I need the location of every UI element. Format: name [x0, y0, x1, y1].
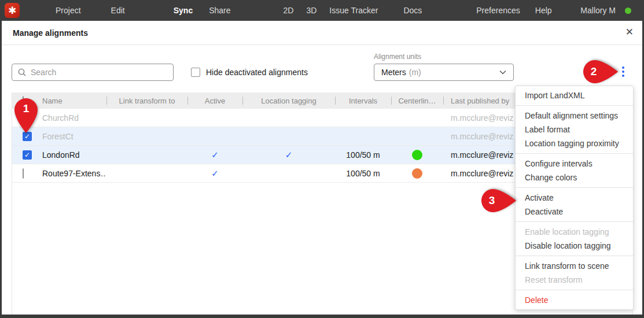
centerline-color-dot[interactable] [412, 150, 422, 160]
row-checkbox[interactable]: ✓ [23, 150, 32, 160]
alignment-units-label: Alignment units [374, 53, 421, 61]
hide-deactivated-checkbox[interactable] [191, 68, 200, 77]
alignment-name: ForestCt [33, 132, 106, 141]
search-input[interactable] [31, 68, 167, 77]
menu-delete[interactable]: Delete [516, 293, 633, 307]
menu-sync[interactable]: Sync [174, 6, 193, 15]
intervals-value: 100/50 m [335, 150, 391, 160]
menu-preferences[interactable]: Preferences [476, 6, 520, 15]
search-icon [18, 68, 26, 76]
menu-separator [516, 290, 633, 290]
menu-separator [516, 153, 633, 154]
alignment-name: Route97-Extens… [33, 169, 106, 178]
centerline-color-dot[interactable] [412, 168, 422, 179]
menu-deactivate[interactable]: Deactivate [516, 205, 633, 219]
user-menu[interactable]: Mallory M [580, 6, 616, 15]
alignment-name: ChurchRd [33, 113, 106, 123]
app-logo-icon[interactable]: ✱ [5, 3, 20, 18]
location-tagging-check-icon: ✓ [285, 150, 293, 160]
online-status-icon [625, 8, 631, 14]
header-location-tagging[interactable]: Location tagging [242, 97, 335, 105]
logo-glyph: ✱ [8, 5, 16, 17]
alignment-units-select[interactable]: Meters (m) [374, 64, 514, 81]
menu-change-colors[interactable]: Change colors [516, 171, 633, 184]
app-menubar: ✱ Project Edit Sync Share 2D 3D Issue Tr… [0, 0, 644, 21]
menu-separator [516, 221, 633, 222]
menu-issue-tracker[interactable]: Issue Tracker [329, 6, 378, 15]
menu-3d[interactable]: 3D [306, 6, 317, 15]
menu-activate[interactable]: Activate [516, 191, 633, 205]
active-check-icon: ✓ [211, 150, 219, 160]
menu-separator [516, 256, 633, 256]
more-options-button[interactable] [619, 65, 627, 79]
menu-enable-location-tagging: Enable location tagging [516, 225, 633, 239]
menu-configure-intervals[interactable]: Configure intervals [516, 157, 633, 171]
menu-2d[interactable]: 2D [284, 6, 294, 15]
header-active[interactable]: Active [187, 97, 242, 105]
row-checkbox[interactable] [23, 113, 24, 123]
column-separator [391, 97, 392, 105]
menu-share[interactable]: Share [209, 6, 230, 15]
header-name[interactable]: Name [33, 97, 106, 105]
select-all-checkbox[interactable] [23, 96, 24, 106]
chevron-down-icon [499, 70, 506, 75]
units-suffix: (m) [409, 68, 421, 77]
menu-project[interactable]: Project [56, 6, 81, 15]
menu-link-transform-to-scene[interactable]: Link transform to scene [516, 259, 633, 273]
header-intervals[interactable]: Intervals [335, 97, 391, 105]
menu-reset-transform: Reset transform [516, 273, 633, 287]
dialog-titlebar: Manage alignments ✕ [0, 21, 644, 45]
close-icon[interactable]: ✕ [625, 27, 634, 38]
header-centerline[interactable]: Centerlin… [391, 97, 443, 105]
header-link-transform[interactable]: Link transform to [106, 97, 187, 105]
menu-import-landxml[interactable]: Import LandXML [516, 88, 633, 102]
row-checkbox[interactable]: ✓ [23, 132, 32, 141]
hide-deactivated-label: Hide deactivated alignments [206, 68, 308, 77]
menu-docs[interactable]: Docs [403, 6, 422, 15]
units-value: Meters [381, 68, 406, 77]
checkbox-check-icon: ✓ [24, 133, 30, 140]
menu-help[interactable]: Help [535, 6, 552, 15]
menu-separator [516, 187, 633, 188]
active-check-icon: ✓ [211, 168, 219, 178]
intervals-value: 100/50 m [335, 169, 391, 178]
column-separator [242, 97, 243, 105]
hide-deactivated-control[interactable]: Hide deactivated alignments [191, 68, 308, 77]
menu-default-alignment-settings[interactable]: Default alignment settings [516, 109, 633, 123]
menu-disable-location-tagging[interactable]: Disable location tagging [516, 239, 633, 253]
menu-edit[interactable]: Edit [111, 6, 125, 15]
column-separator [443, 97, 444, 105]
kebab-icon [622, 66, 624, 69]
column-separator [106, 97, 107, 105]
menu-location-tagging-proximity[interactable]: Location tagging proximity [516, 136, 633, 150]
search-box[interactable] [12, 64, 174, 81]
column-separator [187, 97, 188, 105]
checkbox-check-icon: ✓ [24, 151, 30, 158]
context-menu: Import LandXML Default alignment setting… [515, 86, 634, 310]
menu-separator [516, 105, 633, 106]
alignment-name: LondonRd [33, 150, 106, 160]
row-checkbox[interactable] [23, 168, 24, 179]
column-separator [335, 97, 336, 105]
dialog-title: Manage alignments [13, 28, 88, 38]
menu-label-format[interactable]: Label format [516, 123, 633, 136]
